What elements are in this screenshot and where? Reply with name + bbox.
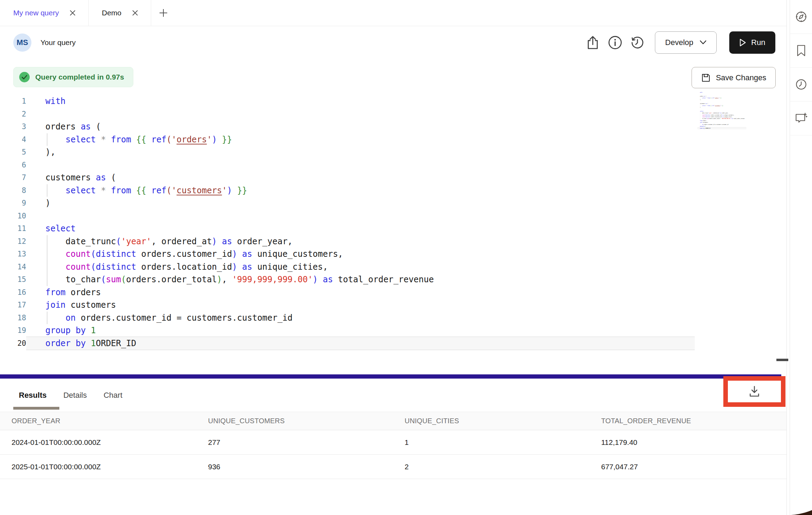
results-panel: ResultsDetailsChart ORDER_YEARUNIQUE_CUS…: [0, 379, 787, 515]
annotation-highlight-rect: [723, 376, 785, 407]
line-number: 17: [0, 301, 26, 309]
save-icon: [701, 73, 711, 83]
line-number: 5: [0, 148, 26, 156]
history-button[interactable]: [629, 34, 646, 51]
history-icon: [630, 35, 645, 50]
code-line: 10: [0, 210, 787, 223]
share-button[interactable]: [584, 34, 601, 51]
save-label: Save Changes: [716, 73, 766, 82]
line-number: 13: [0, 250, 26, 258]
play-icon: [739, 38, 746, 47]
right-sidebar: [790, 0, 812, 515]
info-icon: [608, 35, 622, 50]
plus-icon: [158, 8, 169, 18]
sidebar-item-ai-chat[interactable]: [790, 102, 812, 135]
line-number: 12: [0, 237, 26, 246]
run-label: Run: [751, 38, 765, 47]
tab-label: My new query: [13, 9, 59, 17]
line-number: 15: [0, 275, 26, 284]
new-tab-button[interactable]: [151, 0, 176, 26]
line-number: 1: [0, 97, 26, 105]
code-area[interactable]: 1with23orders as (4 select * from {{ ref…: [0, 95, 787, 350]
code-line: 14 count(distinct orders.location_id) as…: [0, 261, 787, 274]
bookmark-icon: [796, 45, 806, 57]
table-cell: 112,179.40: [590, 438, 786, 447]
line-number: 16: [0, 288, 26, 297]
table-cell: 677,047.27: [590, 463, 786, 471]
table-header-row: ORDER_YEARUNIQUE_CUSTOMERSUNIQUE_CITIEST…: [0, 412, 787, 430]
results-tab-results[interactable]: Results: [19, 391, 46, 400]
tab-my-new-query[interactable]: My new query: [0, 0, 89, 26]
close-icon[interactable]: [67, 8, 78, 18]
results-tab-details[interactable]: Details: [63, 391, 87, 400]
compass-icon: [795, 11, 807, 23]
table-row: 2024-01-01T00:00:00.000Z2771112,179.40: [0, 430, 787, 455]
minimap[interactable]: 1with23orders as (4 select * from {{ ref…: [695, 91, 746, 134]
save-changes-button[interactable]: Save Changes: [692, 67, 776, 88]
main-panel: My new query Demo MS Your query: [0, 0, 787, 515]
app-root: My new query Demo MS Your query: [0, 0, 812, 515]
code-line: 9): [0, 197, 787, 210]
tab-label: Demo: [102, 9, 121, 17]
close-icon[interactable]: [130, 8, 140, 18]
page-title: Your query: [40, 38, 76, 47]
query-header: MS Your query Develop Run: [0, 26, 787, 59]
line-number: 7: [0, 173, 26, 182]
line-number: 9: [0, 199, 26, 207]
check-icon: [19, 72, 30, 82]
table-cell: 277: [197, 438, 393, 447]
column-header: UNIQUE_CUSTOMERS: [197, 417, 393, 425]
code-line: 19group by 1: [0, 324, 787, 337]
tab-demo[interactable]: Demo: [89, 0, 151, 26]
scrollbar-marker[interactable]: [776, 359, 788, 361]
results-table: ORDER_YEARUNIQUE_CUSTOMERSUNIQUE_CITIEST…: [0, 412, 787, 479]
table-cell: 2025-01-01T00:00:00.000Z: [0, 463, 197, 471]
panel-splitter[interactable]: [0, 374, 781, 379]
run-button[interactable]: Run: [729, 31, 775, 54]
ai-chat-icon: [795, 112, 807, 124]
code-line: 1with: [0, 95, 787, 108]
code-line: 11select: [0, 222, 787, 235]
code-line: 7customers as (: [0, 171, 787, 184]
share-icon: [586, 35, 600, 50]
line-number: 3: [0, 122, 26, 131]
code-line: 20order by 1ORDER_ID: [0, 337, 787, 350]
table-cell: 936: [197, 463, 393, 471]
sidebar-item-bookmarks[interactable]: [790, 34, 812, 68]
code-line: 17join customers: [0, 299, 787, 312]
column-header: TOTAL_ORDER_REVENUE: [590, 417, 786, 425]
download-icon: [748, 386, 761, 397]
line-number: 18: [0, 314, 26, 322]
status-badge: Query completed in 0.97s: [13, 67, 133, 87]
code-line: 16from orders: [0, 286, 787, 299]
editor-tab-bar: My new query Demo: [0, 0, 787, 26]
table-cell: 2: [393, 463, 590, 471]
chevron-down-icon: [700, 40, 707, 45]
active-tab-indicator: [13, 407, 59, 410]
table-cell: 1: [393, 438, 590, 447]
line-number: 6: [0, 161, 26, 169]
code-line: 4 select * from {{ ref('orders') }}: [0, 133, 787, 146]
develop-dropdown[interactable]: Develop: [655, 31, 717, 54]
line-number: 8: [0, 186, 26, 195]
status-text: Query completed in 0.97s: [35, 73, 124, 81]
corner-cursor-artifact: [791, 510, 812, 515]
code-line: 6: [0, 159, 787, 172]
sidebar-item-history[interactable]: [790, 68, 812, 102]
download-button[interactable]: [748, 386, 761, 397]
code-line: 13 count(distinct orders.customer_id) as…: [0, 248, 787, 261]
line-number: 14: [0, 263, 26, 271]
code-line: 20order by 1ORDER_ID: [695, 127, 746, 129]
sql-editor[interactable]: Query completed in 0.97s Save Changes 1w…: [0, 59, 787, 374]
line-number: 4: [0, 135, 26, 144]
sidebar-item-explore[interactable]: [790, 0, 812, 34]
line-number: 11: [0, 224, 26, 233]
clock-icon: [795, 79, 807, 90]
results-tab-chart[interactable]: Chart: [104, 391, 123, 400]
table-row: 2025-01-01T00:00:00.000Z9362677,047.27: [0, 455, 787, 479]
code-line: 3orders as (: [0, 120, 787, 133]
develop-label: Develop: [665, 38, 693, 47]
line-number: 2: [0, 110, 26, 118]
info-button[interactable]: [607, 34, 623, 51]
code-line: 8 select * from {{ ref('customers') }}: [0, 184, 787, 197]
